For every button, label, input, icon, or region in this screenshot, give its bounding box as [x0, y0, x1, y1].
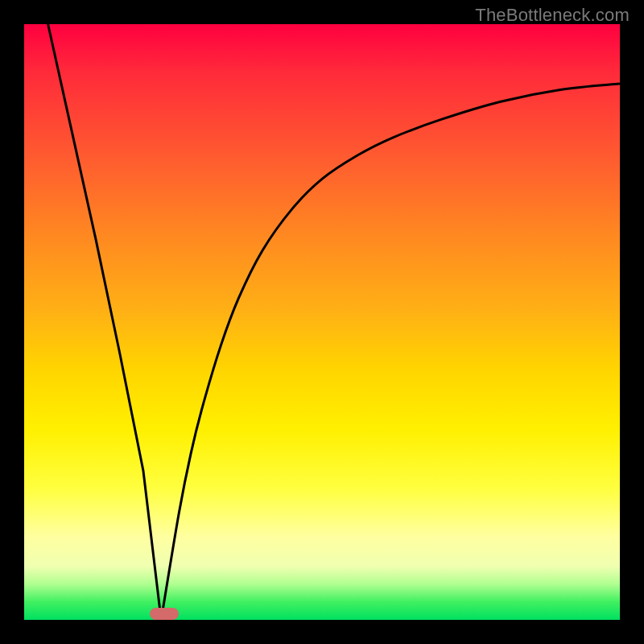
curve-left-branch	[48, 24, 162, 620]
curve-group	[48, 24, 620, 620]
curve-svg	[24, 24, 620, 620]
curve-right-branch	[161, 84, 620, 620]
chart-frame: TheBottleneck.com	[0, 0, 644, 644]
plot-area	[24, 24, 620, 620]
watermark-text: TheBottleneck.com	[475, 5, 630, 26]
minimum-marker	[150, 608, 179, 620]
